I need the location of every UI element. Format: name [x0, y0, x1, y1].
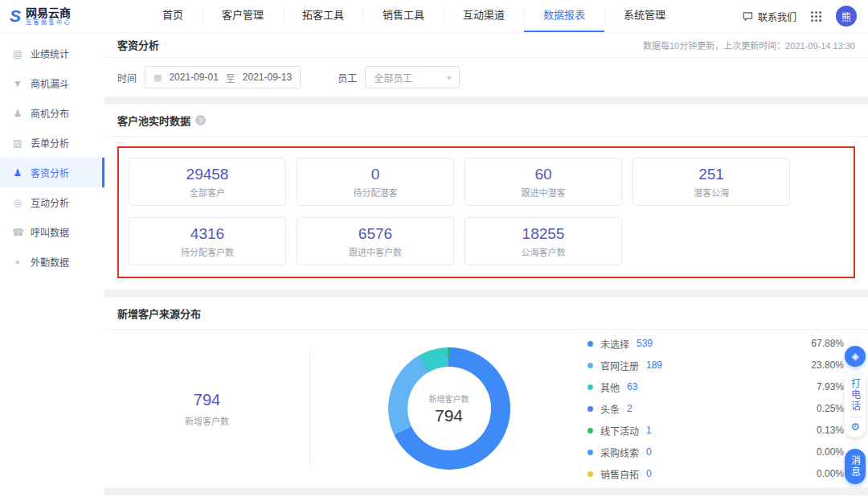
service-widget-button[interactable]: ◈: [845, 346, 866, 367]
sidebar-item-label: 商机漏斗: [31, 76, 69, 90]
nav-item-prospecting-tools[interactable]: 拓客工具: [283, 0, 363, 32]
sidebar-item-label: 外勤数据: [31, 255, 69, 269]
message-label: 消息: [849, 455, 862, 478]
user-avatar[interactable]: 熊: [836, 6, 857, 27]
sidebar-item-field-data[interactable]: ⌖ 外勤数据: [0, 247, 104, 277]
stat-label: 待分配客户数: [181, 245, 234, 258]
update-note: 数据每10分钟更新，上次更新时间：2021-09-14 13:30: [643, 39, 855, 51]
logo-title: 网易云商: [26, 6, 72, 19]
legend-percent: 7.93%: [817, 381, 844, 392]
legend-item[interactable]: 未选择 539 67.88%: [588, 333, 844, 355]
stat-value: 60: [534, 166, 551, 183]
stat-label: 待分配潜客: [354, 186, 398, 199]
sidebar-item-call-data[interactable]: ☎ 呼叫数据: [0, 217, 104, 247]
contact-us-button[interactable]: 联系我们: [743, 10, 796, 23]
total-label: 新增客户数: [104, 414, 309, 427]
nav-item-home[interactable]: 首页: [143, 0, 203, 32]
legend-value: 539: [637, 338, 653, 349]
users-icon: ♟: [12, 167, 23, 179]
document-icon: ▧: [12, 138, 23, 149]
service-icon: ◈: [851, 351, 858, 362]
apps-grid-icon[interactable]: [811, 11, 821, 22]
time-filter-label: 时间: [117, 71, 137, 84]
phone-icon: ☎: [12, 227, 23, 238]
sidebar-item-customer-analysis[interactable]: ♟ 客资分析: [0, 158, 104, 187]
main-nav: 首页 客户管理 拓客工具 销售工具 互动渠道 数据报表 系统管理: [143, 0, 685, 32]
logo-icon: S: [10, 7, 21, 24]
stat-value: 4316: [190, 225, 224, 243]
stat-card-public-pool-customers[interactable]: 18255 公海客户数: [465, 217, 622, 265]
legend-value: 63: [627, 381, 637, 392]
make-call-button[interactable]: 打电话 ⚙: [845, 372, 866, 437]
staff-select[interactable]: 全部员工 ▾: [365, 66, 460, 88]
total-value: 794: [104, 391, 309, 409]
sidebar-item-label: 商机分布: [31, 106, 69, 120]
info-icon[interactable]: ?: [195, 115, 206, 125]
legend-dot: [588, 471, 593, 477]
message-button[interactable]: 消息: [845, 449, 866, 484]
location-icon: ⌖: [12, 257, 23, 268]
nav-item-data-reports[interactable]: 数据报表: [524, 0, 604, 32]
legend-item[interactable]: 采购线索 0 0.00%: [588, 442, 844, 463]
stat-card-following-customers[interactable]: 6576 跟进中客户数: [297, 217, 454, 265]
legend-label: 头条: [600, 402, 620, 416]
sidebar-item-opportunity-distribution[interactable]: ♟ 商机分布: [0, 98, 104, 128]
legend-dot: [588, 406, 593, 412]
stat-label: 跟进中客户数: [349, 245, 402, 258]
realtime-section-title: 客户池实时数据: [117, 113, 190, 128]
main-content: 客资分析 数据每10分钟更新，上次更新时间：2021-09-14 13:30 时…: [104, 32, 868, 497]
legend-label: 官网注册: [600, 359, 639, 372]
stat-value: 18255: [522, 225, 565, 243]
nav-item-customer-mgmt[interactable]: 客户管理: [203, 0, 283, 32]
sidebar-item-opportunity-funnel[interactable]: ▼ 商机漏斗: [0, 68, 104, 98]
stat-card-unassigned-customers[interactable]: 4316 待分配客户数: [129, 217, 286, 265]
legend-value: 0: [646, 468, 652, 479]
stat-value: 251: [698, 166, 724, 183]
legend-percent: 0.00%: [817, 446, 844, 458]
sidebar-item-label: 呼叫数据: [31, 225, 69, 239]
legend-item[interactable]: 官网注册 189 23.80%: [588, 355, 844, 376]
staff-filter-label: 员工: [338, 71, 357, 84]
contact-us-label: 联系我们: [758, 10, 796, 23]
legend-percent: 23.80%: [811, 359, 844, 371]
donut-chart[interactable]: 新增客户数 794: [388, 347, 510, 470]
make-call-label: 打电话: [849, 378, 862, 412]
app-logo[interactable]: S 网易云商 互客销售中心: [0, 6, 121, 26]
date-range-picker[interactable]: ▦ 2021-09-01 至 2021-09-13: [145, 66, 301, 88]
legend-label: 线下活动: [600, 424, 639, 437]
sidebar-item-lost-order-analysis[interactable]: ▧ 丢单分析: [0, 128, 104, 158]
donut-center-label: 新增客户数: [429, 392, 469, 405]
legend-percent: 0.13%: [817, 425, 844, 436]
legend-dot: [588, 384, 593, 390]
stat-card-unassigned-leads[interactable]: 0 待分配潜客: [297, 158, 454, 206]
legend-item[interactable]: 头条 2 0.25%: [588, 398, 844, 420]
sidebar-item-label: 丢单分析: [31, 136, 69, 150]
calendar-icon: ▦: [154, 72, 162, 83]
legend-item[interactable]: 销售自拓 0 0.00%: [588, 463, 844, 485]
sidebar-item-performance-stats[interactable]: ▤ 业绩统计: [0, 39, 104, 68]
stat-card-following-leads[interactable]: 60 跟进中潜客: [465, 158, 622, 206]
legend-dot: [588, 363, 593, 368]
stat-label: 跟进中潜客: [522, 186, 566, 199]
target-icon: ◎: [12, 197, 23, 208]
legend-dot: [588, 450, 593, 455]
logo-subtitle: 互客销售中心: [26, 19, 72, 26]
nav-item-system-mgmt[interactable]: 系统管理: [604, 0, 685, 32]
nav-item-channels[interactable]: 互动渠道: [444, 0, 524, 32]
page-header: 客资分析 数据每10分钟更新，上次更新时间：2021-09-14 13:30: [104, 32, 868, 58]
gear-icon: ⚙: [850, 421, 860, 433]
sidebar-item-interaction-analysis[interactable]: ◎ 互动分析: [0, 187, 104, 217]
legend-dot: [588, 428, 593, 433]
date-start-value: 2021-09-01: [169, 72, 218, 83]
stat-value: 6576: [358, 225, 392, 243]
legend-percent: 0.00%: [817, 468, 844, 479]
legend-item[interactable]: 线下活动 1 0.13%: [588, 420, 844, 442]
legend-item[interactable]: 其他 63 7.93%: [588, 376, 844, 398]
legend-label: 采购线索: [600, 446, 639, 459]
stat-card-all-customers[interactable]: 29458 全部客户: [129, 158, 286, 206]
stat-card-grid: 29458 全部客户 0 待分配潜客 60 跟进中潜客 251 潜客公海: [129, 158, 844, 265]
stat-value: 0: [371, 166, 380, 183]
stat-label: 全部客户: [190, 186, 225, 199]
stat-card-lead-pool[interactable]: 251 潜客公海: [633, 158, 790, 206]
nav-item-sales-tools[interactable]: 销售工具: [363, 0, 444, 32]
